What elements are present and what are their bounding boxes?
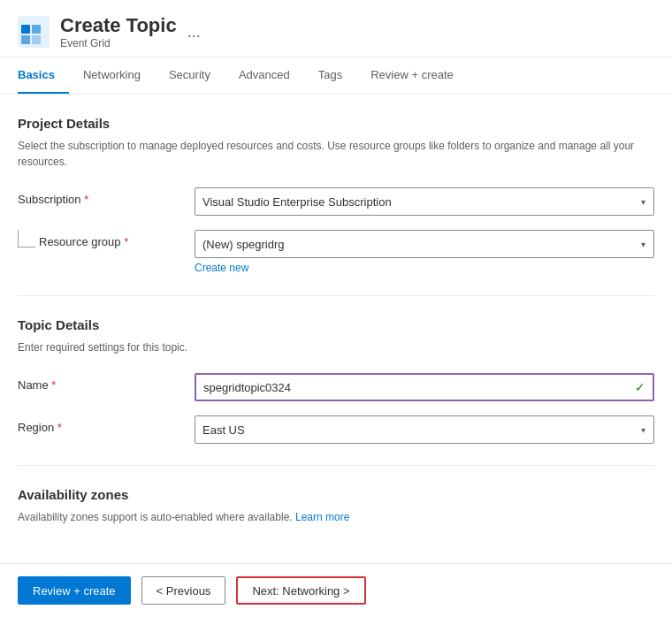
tab-security[interactable]: Security xyxy=(155,57,225,94)
name-input-wrapper: ✓ xyxy=(195,373,654,401)
tab-networking[interactable]: Networking xyxy=(69,57,155,94)
region-required-star: * xyxy=(57,421,62,434)
resource-group-select[interactable]: (New) spegridrg xyxy=(195,230,654,258)
availability-section: Availability zones Availability zones su… xyxy=(18,487,654,525)
project-details-section: Project Details Select the subscription … xyxy=(18,116,654,274)
region-field: East US ▾ xyxy=(195,415,654,444)
page-title: Create Topic xyxy=(60,14,177,37)
resource-group-row: Resource group * (New) spegridrg ▾ Creat… xyxy=(18,230,654,274)
availability-title: Availability zones xyxy=(18,487,654,502)
resource-group-label-col: Resource group * xyxy=(18,230,195,248)
name-row: Name * ✓ xyxy=(18,373,654,401)
tree-branch-line xyxy=(18,230,35,248)
subscription-select[interactable]: Visual Studio Enterprise Subscription xyxy=(195,187,654,216)
resource-group-field: (New) spegridrg ▾ Create new xyxy=(195,230,654,274)
page-header: Create Topic Event Grid ... xyxy=(0,0,672,57)
tab-bar: Basics Networking Security Advanced Tags… xyxy=(0,57,672,95)
subscription-label: Subscription * xyxy=(18,187,195,206)
create-new-link[interactable]: Create new xyxy=(195,262,248,274)
topic-details-description: Enter required settings for this topic. xyxy=(18,339,654,355)
tab-basics[interactable]: Basics xyxy=(18,57,69,94)
tab-review-create[interactable]: Review + create xyxy=(356,57,468,94)
next-networking-button[interactable]: Next: Networking > xyxy=(236,576,365,605)
topic-details-section: Topic Details Enter required settings fo… xyxy=(18,317,654,444)
region-select-wrapper[interactable]: East US ▾ xyxy=(195,415,654,444)
svg-rect-2 xyxy=(32,25,41,34)
subscription-required-star: * xyxy=(84,193,88,206)
svg-rect-3 xyxy=(21,35,30,44)
previous-button[interactable]: < Previous xyxy=(141,576,226,605)
name-field: ✓ xyxy=(195,373,654,401)
region-label: Region * xyxy=(18,415,195,434)
footer-bar: Review + create < Previous Next: Network… xyxy=(0,563,672,617)
section-divider-2 xyxy=(18,465,654,466)
subscription-field: Visual Studio Enterprise Subscription ▾ xyxy=(195,187,654,216)
subscription-select-wrapper[interactable]: Visual Studio Enterprise Subscription ▾ xyxy=(195,187,654,216)
review-create-button[interactable]: Review + create xyxy=(18,576,131,605)
name-valid-icon: ✓ xyxy=(635,380,645,394)
resource-group-label: Resource group * xyxy=(39,235,128,248)
section-divider-1 xyxy=(18,295,654,296)
availability-description: Availability zones support is auto-enabl… xyxy=(18,509,654,525)
header-text-block: Create Topic Event Grid xyxy=(60,14,177,50)
project-details-description: Select the subscription to manage deploy… xyxy=(18,138,654,170)
subscription-row: Subscription * Visual Studio Enterprise … xyxy=(18,187,654,216)
name-label: Name * xyxy=(18,373,195,392)
svg-rect-1 xyxy=(21,25,30,34)
name-input[interactable] xyxy=(195,373,654,401)
learn-more-link[interactable]: Learn more xyxy=(295,511,349,523)
event-grid-icon xyxy=(18,16,50,48)
svg-rect-4 xyxy=(32,35,41,44)
main-content: Project Details Select the subscription … xyxy=(0,95,672,564)
tab-advanced[interactable]: Advanced xyxy=(225,57,304,94)
region-select[interactable]: East US xyxy=(195,415,654,444)
resource-group-required-star: * xyxy=(124,235,128,248)
header-ellipsis-menu[interactable]: ... xyxy=(187,23,201,42)
region-row: Region * East US ▾ xyxy=(18,415,654,444)
name-required-star: * xyxy=(51,378,56,392)
tab-tags[interactable]: Tags xyxy=(304,57,356,94)
topic-details-title: Topic Details xyxy=(18,317,654,332)
page-subtitle: Event Grid xyxy=(60,37,177,50)
resource-group-select-wrapper[interactable]: (New) spegridrg ▾ xyxy=(195,230,654,258)
project-details-title: Project Details xyxy=(18,116,654,131)
